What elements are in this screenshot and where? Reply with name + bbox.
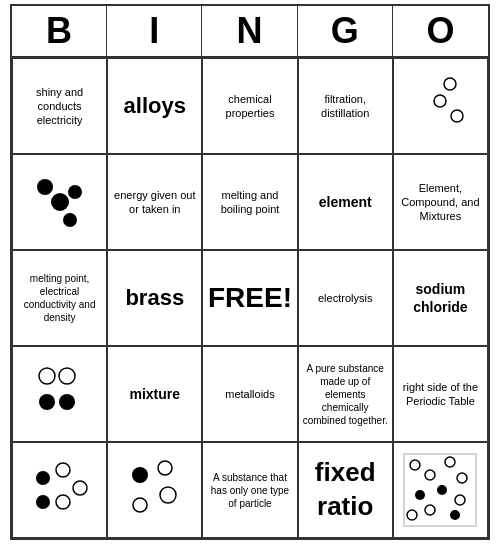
svg-point-1: [434, 95, 446, 107]
svg-point-13: [36, 495, 50, 509]
header-g: G: [298, 6, 393, 56]
svg-point-15: [73, 481, 87, 495]
svg-point-6: [63, 213, 77, 227]
header-b: B: [12, 6, 107, 56]
svg-point-3: [37, 179, 53, 195]
header-i: I: [107, 6, 202, 56]
svg-point-26: [437, 485, 447, 495]
svg-point-11: [36, 471, 50, 485]
cell-r2c4[interactable]: sodium chloride: [393, 250, 488, 346]
cell-text-r4c3: fixed ratio: [303, 456, 388, 524]
cell-text-r2c2: FREE!: [208, 280, 292, 316]
header-o: O: [393, 6, 488, 56]
cell-text-r0c3: filtration, distillation: [303, 92, 388, 121]
svg-point-24: [457, 473, 467, 483]
cell-r1c0[interactable]: [12, 154, 107, 250]
svg-point-9: [39, 394, 55, 410]
dots-r4c0: [25, 450, 95, 530]
cell-r1c1[interactable]: energy given out or taken in: [107, 154, 202, 250]
cell-r4c4[interactable]: [393, 442, 488, 538]
cell-r0c1[interactable]: alloys: [107, 58, 202, 154]
cell-r4c3[interactable]: fixed ratio: [298, 442, 393, 538]
cell-r3c2[interactable]: metalloids: [202, 346, 297, 442]
svg-point-4: [51, 193, 69, 211]
cell-text-r0c0: shiny and conducts electricity: [17, 85, 102, 128]
cell-text-r3c2: metalloids: [225, 387, 275, 401]
cell-r1c2[interactable]: melting and boiling point: [202, 154, 297, 250]
cell-text-r1c2: melting and boiling point: [207, 188, 292, 217]
header-n: N: [202, 6, 297, 56]
svg-point-25: [415, 490, 425, 500]
cell-text-r3c4: right side of the Periodic Table: [398, 380, 483, 409]
cell-text-r0c2: chemical properties: [207, 92, 292, 121]
svg-point-2: [451, 110, 463, 122]
cell-text-r2c0: melting point, electrical conductivity a…: [17, 272, 102, 324]
cell-r3c4[interactable]: right side of the Periodic Table: [393, 346, 488, 442]
svg-point-14: [56, 495, 70, 509]
bingo-header: B I N G O: [12, 6, 488, 58]
cell-text-r1c4: Element, Compound, and Mixtures: [398, 181, 483, 224]
bingo-grid: shiny and conducts electricity alloys ch…: [12, 58, 488, 538]
svg-point-22: [425, 470, 435, 480]
dots-r0c4: [405, 66, 475, 146]
svg-point-12: [56, 463, 70, 477]
cell-text-r3c1: mixture: [130, 385, 181, 403]
dots-r4c4: [400, 450, 480, 530]
svg-point-17: [158, 461, 172, 475]
svg-point-10: [59, 394, 75, 410]
cell-text-r3c3: A pure substance made up of elements che…: [303, 362, 388, 427]
cell-r2c2[interactable]: FREE!: [202, 250, 297, 346]
cell-text-r2c4: sodium chloride: [398, 280, 483, 316]
svg-point-21: [410, 460, 420, 470]
cell-text-r1c1: energy given out or taken in: [112, 188, 197, 217]
cell-r2c1[interactable]: brass: [107, 250, 202, 346]
svg-point-8: [59, 368, 75, 384]
svg-point-27: [455, 495, 465, 505]
cell-r4c2[interactable]: A substance that has only one type of pa…: [202, 442, 297, 538]
cell-r4c0[interactable]: [12, 442, 107, 538]
cell-text-r0c1: alloys: [124, 92, 186, 121]
cell-r3c3[interactable]: A pure substance made up of elements che…: [298, 346, 393, 442]
cell-r0c4[interactable]: [393, 58, 488, 154]
cell-text-r2c1: brass: [125, 284, 184, 313]
svg-point-28: [425, 505, 435, 515]
dots-r1c0: [25, 162, 95, 242]
cell-r2c0[interactable]: melting point, electrical conductivity a…: [12, 250, 107, 346]
cell-r0c0[interactable]: shiny and conducts electricity: [12, 58, 107, 154]
cell-r1c3[interactable]: element: [298, 154, 393, 250]
svg-point-18: [133, 498, 147, 512]
svg-point-0: [444, 78, 456, 90]
cell-r1c4[interactable]: Element, Compound, and Mixtures: [393, 154, 488, 250]
svg-point-16: [132, 467, 148, 483]
svg-point-5: [68, 185, 82, 199]
svg-point-23: [445, 457, 455, 467]
cell-r3c1[interactable]: mixture: [107, 346, 202, 442]
svg-point-30: [407, 510, 417, 520]
cell-text-r4c2: A substance that has only one type of pa…: [207, 471, 292, 510]
cell-r2c3[interactable]: electrolysis: [298, 250, 393, 346]
svg-point-29: [450, 510, 460, 520]
cell-r0c3[interactable]: filtration, distillation: [298, 58, 393, 154]
cell-text-r2c3: electrolysis: [318, 291, 372, 305]
cell-r0c2[interactable]: chemical properties: [202, 58, 297, 154]
cell-r3c0[interactable]: [12, 346, 107, 442]
svg-point-7: [39, 368, 55, 384]
svg-point-19: [160, 487, 176, 503]
cell-r4c1[interactable]: [107, 442, 202, 538]
cell-text-r1c3: element: [319, 193, 372, 211]
dots-r3c0: [25, 354, 95, 434]
dots-r4c1: [120, 450, 190, 530]
bingo-card: B I N G O shiny and conducts electricity…: [10, 4, 490, 540]
